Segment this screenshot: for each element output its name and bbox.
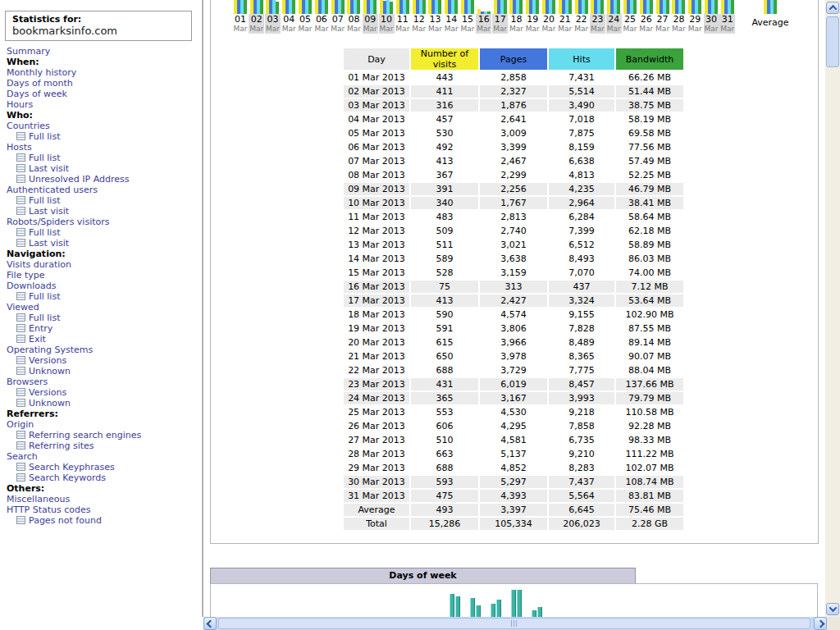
- sidebar-item-search-keyphrases[interactable]: Search Keyphrases: [7, 462, 202, 472]
- table-cell: 437: [549, 281, 614, 293]
- sidebar-item-full-list[interactable]: Full list: [7, 291, 202, 302]
- sidebar-item-operating-systems[interactable]: Operating Systems: [7, 345, 202, 355]
- sidebar-item-viewed[interactable]: Viewed: [7, 302, 202, 313]
- sidebar-item-summary[interactable]: Summary: [7, 46, 202, 57]
- sidebar-item-full-list[interactable]: Full list: [7, 195, 202, 206]
- table-cell: 53.64 MB: [616, 294, 683, 307]
- sidebar-item-unknown[interactable]: Unknown: [7, 366, 202, 377]
- vertical-scrollbar-thumb[interactable]: [826, 16, 839, 67]
- table-cell: 77.56 MB: [616, 141, 683, 153]
- table-cell: 79.79 MB: [616, 392, 683, 404]
- table-cell: 528: [411, 267, 478, 279]
- sidebar-item-visits-duration[interactable]: Visits duration: [7, 259, 202, 270]
- sidebar-item-versions[interactable]: Versions: [7, 387, 202, 398]
- sidebar-nav: SummaryWhen:Monthly historyDays of month…: [7, 46, 202, 526]
- sidebar-item-label: Referring search engines: [29, 430, 141, 441]
- sidebar-item-browsers[interactable]: Browsers: [7, 377, 202, 387]
- table-cell: 8,489: [549, 336, 614, 349]
- day-bars: [688, 0, 701, 14]
- sidebar-item-full-list[interactable]: Full list: [7, 227, 202, 238]
- sidebar-item-label: Entry: [29, 323, 52, 334]
- table-cell: 316: [411, 99, 478, 112]
- sidebar-item-file-type[interactable]: File type: [7, 270, 202, 281]
- sidebar-item-last-visit[interactable]: Last visit: [7, 206, 202, 217]
- day-label: 06Mar: [313, 14, 329, 34]
- table-cell: 5,137: [480, 448, 547, 460]
- horizontal-scrollbar-thumb[interactable]: [218, 618, 810, 629]
- sidebar-item-days-of-month[interactable]: Days of month: [7, 78, 202, 89]
- table-cell: 509: [411, 225, 478, 237]
- sidebar-item-label: Hosts: [7, 142, 32, 153]
- day-column-21: 21Mar: [557, 0, 573, 38]
- table-cell: 2,427: [480, 294, 547, 307]
- day-bars: [315, 0, 328, 14]
- sidebar-item-full-list[interactable]: Full list: [7, 153, 202, 163]
- sidebar-item-label: Days of month: [7, 78, 73, 89]
- day-column-04: 04Mar: [281, 0, 297, 38]
- scroll-right-button[interactable]: [814, 617, 827, 630]
- day-bars: [380, 0, 393, 14]
- sidebar-item-unresolved-ip-address[interactable]: Unresolved IP Address: [7, 174, 202, 185]
- sidebar-item-downloads[interactable]: Downloads: [7, 281, 202, 291]
- table-cell: 2,299: [480, 169, 547, 181]
- day-bars: [607, 0, 620, 14]
- column-header-day: Day: [344, 48, 409, 70]
- scroll-up-button[interactable]: [826, 2, 839, 14]
- sidebar-item-authenticated-users[interactable]: Authenticated users: [7, 185, 202, 195]
- sidebar-item-search[interactable]: Search: [7, 451, 202, 462]
- day-label: 30Mar: [704, 14, 719, 34]
- sidebar-item-origin[interactable]: Origin: [7, 419, 202, 430]
- sidebar-item-full-list[interactable]: Full list: [7, 131, 202, 142]
- sidebar-item-robots-spiders-visitors[interactable]: Robots/Spiders visitors: [7, 217, 202, 227]
- day-bars: [559, 0, 572, 14]
- table-cell: 3,993: [549, 392, 614, 404]
- sidebar-item-pages-not-found[interactable]: Pages not found: [7, 515, 202, 526]
- sidebar-item-entry[interactable]: Entry: [7, 323, 202, 334]
- vertical-scrollbar-track[interactable]: [825, 0, 840, 617]
- table-cell: 5,564: [549, 490, 614, 502]
- table-cell: 593: [411, 476, 478, 488]
- table-cell: 08 Mar 2013: [344, 169, 409, 181]
- sidebar-item-label: Viewed: [7, 302, 39, 313]
- sidebar-item-label: Unknown: [29, 366, 71, 377]
- table-cell: 9,218: [549, 406, 614, 418]
- sidebar-item-last-visit[interactable]: Last visit: [7, 238, 202, 249]
- sidebar-item-days-of-week[interactable]: Days of week: [7, 89, 202, 99]
- sidebar-item-exit[interactable]: Exit: [7, 334, 202, 345]
- table-cell: 413: [411, 294, 478, 307]
- table-cell: 391: [411, 183, 478, 195]
- sidebar-item-hosts[interactable]: Hosts: [7, 142, 202, 153]
- week-bar: [517, 590, 522, 618]
- day-column-29: 29Mar: [687, 0, 703, 38]
- sidebar-item-monthly-history[interactable]: Monthly history: [7, 67, 202, 78]
- sidebar-item-unknown[interactable]: Unknown: [7, 398, 202, 409]
- table-cell: 2,641: [480, 113, 547, 126]
- sidebar-item-hours[interactable]: Hours: [7, 99, 202, 110]
- table-cell: 102.90 MB: [616, 308, 683, 321]
- bandwidth-mb-bar: [568, 0, 572, 14]
- table-cell: 58.64 MB: [616, 211, 683, 223]
- table-cell: 443: [411, 71, 478, 84]
- sidebar-item-last-visit[interactable]: Last visit: [7, 163, 202, 174]
- sidebar-item-referring-sites[interactable]: Referring sites: [7, 441, 202, 451]
- day-column-30: 30Mar: [703, 0, 719, 38]
- day-column-26: 26Mar: [638, 0, 655, 38]
- sidebar-item-countries[interactable]: Countries: [7, 121, 202, 131]
- sidebar-item-http-status-codes[interactable]: HTTP Status codes: [7, 504, 202, 515]
- sidebar-item-referring-search-engines[interactable]: Referring search engines: [7, 430, 202, 441]
- table-cell: 15 Mar 2013: [344, 267, 409, 279]
- day-bars: [477, 0, 491, 14]
- week-bar: [491, 604, 495, 618]
- sidebar-item-full-list[interactable]: Full list: [7, 313, 202, 323]
- table-cell: 25 Mar 2013: [344, 406, 409, 418]
- day-label: 03Mar: [265, 14, 281, 34]
- day-column-07: 07Mar: [330, 0, 346, 38]
- scroll-down-button[interactable]: [826, 603, 839, 615]
- sidebar-item-search-keywords[interactable]: Search Keywords: [7, 472, 202, 483]
- table-row-03-mar-2013: 03 Mar 20133161,8763,49038.75 MB: [344, 99, 683, 112]
- day-bars: [705, 0, 718, 14]
- sidebar-item-miscellaneous[interactable]: Miscellaneous: [7, 494, 202, 504]
- table-cell: 7,431: [549, 71, 614, 84]
- sidebar-item-versions[interactable]: Versions: [7, 355, 202, 366]
- scroll-left-button[interactable]: [203, 617, 217, 630]
